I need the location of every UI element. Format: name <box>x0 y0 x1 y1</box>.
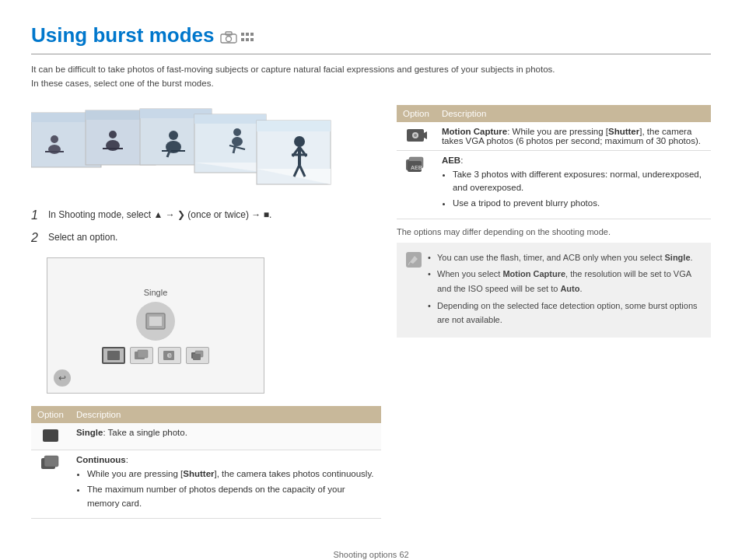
steps: 1 In Shooting mode, select ▲ → ❯ (once o… <box>31 208 381 245</box>
step-1-number: 1 <box>31 208 42 222</box>
camera-ui-box: Single <box>47 257 264 394</box>
option-aeb-icon <box>190 349 205 362</box>
footer: Shooting options 62 <box>31 542 711 559</box>
svg-point-18 <box>109 131 117 138</box>
svg-rect-44 <box>107 351 120 360</box>
svg-text:M: M <box>169 353 172 358</box>
note-icon <box>406 252 422 268</box>
aeb-icon-cell: AEB <box>397 150 436 219</box>
option-continuous[interactable] <box>130 347 153 364</box>
svg-point-11 <box>48 145 61 154</box>
right-options-table: Option Description <box>397 105 711 219</box>
svg-rect-7 <box>246 38 249 41</box>
aeb-desc-cell: AEB: Take 3 photos with different exposu… <box>436 150 711 219</box>
selected-mode-icon <box>136 302 175 341</box>
page-title: Using burst modes <box>31 23 214 47</box>
note-box: You can use the flash, timer, and ACB on… <box>397 243 711 338</box>
camera-ui-options: M <box>102 347 209 364</box>
right-table-header-option: Option <box>397 105 436 122</box>
svg-point-35 <box>294 136 305 147</box>
svg-rect-3 <box>241 33 244 36</box>
page: Using burst modes It can be difficult to… <box>0 0 742 560</box>
svg-point-13 <box>51 135 58 143</box>
svg-text:AEB: AEB <box>411 165 422 170</box>
header-icons <box>220 31 254 44</box>
continuous-bullets: While you are pressing [Shutter], the ca… <box>76 467 375 510</box>
step-2: 2 Select an option. <box>31 230 381 245</box>
svg-point-1 <box>226 36 232 41</box>
svg-rect-5 <box>250 33 254 36</box>
motion-icon-cell <box>397 122 436 151</box>
svg-point-23 <box>169 131 178 140</box>
main-content: 1 In Shooting mode, select ▲ → ❯ (once o… <box>31 105 711 527</box>
svg-rect-46 <box>138 350 148 358</box>
step-1-text: In Shooting mode, select ▲ → ❯ (once or … <box>48 208 271 222</box>
footer-text: Shooting options 62 <box>333 550 408 559</box>
svg-rect-43 <box>149 317 162 326</box>
left-table-header-desc: Description <box>70 406 381 423</box>
svg-rect-2 <box>226 32 232 35</box>
left-column: 1 In Shooting mode, select ▲ → ❯ (once o… <box>31 105 381 527</box>
svg-rect-33 <box>257 121 331 131</box>
option-motion-icon: M <box>162 349 177 362</box>
step-1: 1 In Shooting mode, select ▲ → ❯ (once o… <box>31 208 381 222</box>
svg-rect-8 <box>250 38 254 41</box>
burst-photos <box>31 105 381 191</box>
option-continuous-icon <box>134 349 149 362</box>
right-column: Option Description <box>397 105 711 527</box>
svg-point-58 <box>414 134 417 137</box>
single-desc-cell: Single: Take a single photo. <box>70 423 381 450</box>
motion-capture-icon <box>405 127 427 144</box>
grid-icon <box>240 32 254 43</box>
table-row: Continuous: While you are pressing [Shut… <box>31 450 381 519</box>
single-icon-cell <box>31 423 70 450</box>
selected-mode-label: Single <box>144 288 168 297</box>
option-aeb[interactable] <box>186 347 209 364</box>
svg-rect-55 <box>44 456 58 467</box>
list-item: Take 3 photos with different exposures: … <box>453 168 705 195</box>
step-2-number: 2 <box>31 230 42 245</box>
table-row: Single: Take a single photo. <box>31 423 381 450</box>
svg-rect-52 <box>193 354 201 360</box>
list-item: When you select Motion Capture, the reso… <box>428 267 702 296</box>
list-item: You can use the flash, timer, and ACB on… <box>428 250 702 265</box>
svg-rect-53 <box>43 429 58 442</box>
svg-rect-26 <box>194 114 266 124</box>
pencil-icon <box>408 254 419 265</box>
continuous-mode-icon <box>40 455 61 471</box>
option-motion[interactable]: M <box>158 347 181 364</box>
continuous-icon-cell <box>31 450 70 519</box>
svg-line-64 <box>408 262 410 265</box>
list-item: The maximum number of photos depends on … <box>87 483 375 510</box>
page-header: Using burst modes <box>31 23 711 54</box>
svg-rect-4 <box>246 33 249 36</box>
aeb-bullets: Take 3 photos with different exposures: … <box>442 168 705 211</box>
left-options-table: Option Description Single: Take a single… <box>31 406 381 519</box>
motion-desc-cell: Motion Capture: While you are pressing [… <box>436 122 711 151</box>
burst-strip <box>31 107 334 191</box>
note-content: You can use the flash, timer, and ACB on… <box>428 250 702 330</box>
step-2-text: Select an option. <box>48 230 117 244</box>
selected-single-icon <box>143 310 168 332</box>
option-single[interactable] <box>102 347 125 364</box>
option-single-icon <box>106 349 121 362</box>
continuous-desc-cell: Continuous: While you are pressing [Shut… <box>70 450 381 519</box>
aeb-mode-icon: AEB <box>405 156 427 173</box>
list-item: Use a tripod to prevent blurry photos. <box>453 197 705 210</box>
table-row: AEB AEB: Take 3 photos with different ex… <box>397 150 711 219</box>
svg-rect-6 <box>241 38 244 41</box>
svg-point-30 <box>233 128 241 136</box>
camera-icon <box>220 31 237 44</box>
options-note: The options may differ depending on the … <box>397 227 711 236</box>
left-table-header-option: Option <box>31 406 70 423</box>
list-item: While you are pressing [Shutter], the ca… <box>87 467 375 481</box>
back-button[interactable]: ↩ <box>54 369 71 387</box>
right-table-header-desc: Description <box>436 105 711 122</box>
single-mode-icon <box>41 428 60 443</box>
list-item: Depending on the selected face detection… <box>428 299 702 327</box>
table-row: Motion Capture: While you are pressing [… <box>397 122 711 151</box>
intro-text: It can be difficult to take photos of fa… <box>31 62 711 91</box>
